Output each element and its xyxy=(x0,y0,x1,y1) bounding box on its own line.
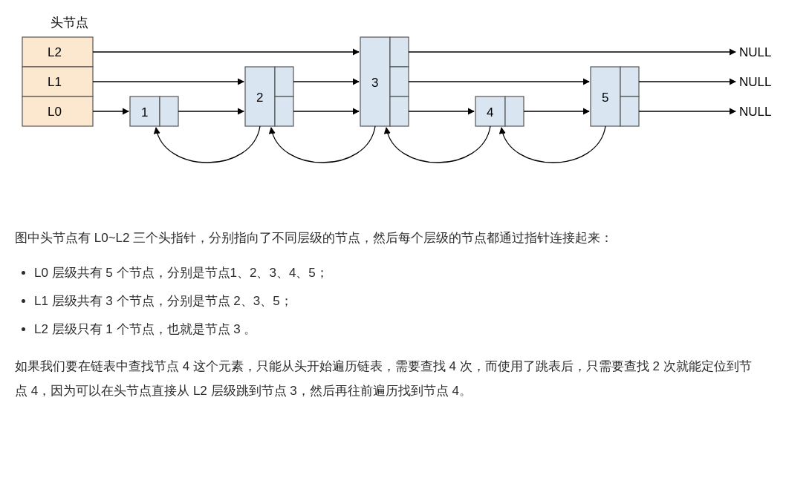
node-2: 2 xyxy=(245,67,293,126)
svg-rect-11 xyxy=(390,96,409,126)
svg-rect-9 xyxy=(390,37,409,67)
head-title: 头节点 xyxy=(51,16,88,30)
node-1-label: 1 xyxy=(141,105,148,120)
explanation-text: 图中头节点有 L0~L2 三个头指针，分别指向了不同层级的节点，然后每个层级的节… xyxy=(15,226,758,403)
svg-rect-16 xyxy=(620,96,639,126)
node-2-label: 2 xyxy=(256,91,263,105)
list-item-l1: L1 层级共有 3 个节点，分别是节点 2、3、5； xyxy=(34,289,758,313)
paragraph-2: 如果我们要在链表中查找节点 4 这个元素，只能从头开始遍历链表，需要查找 4 次… xyxy=(15,355,758,403)
null-l2: NULL xyxy=(739,45,771,59)
arrow-back-3-2 xyxy=(271,126,375,163)
skip-list-diagram: 头节点 L2 L1 L0 1 2 3 4 5 xyxy=(15,15,795,209)
svg-rect-15 xyxy=(620,67,639,96)
arrow-back-4-3 xyxy=(386,126,490,163)
level-label-l0: L0 xyxy=(48,105,62,119)
paragraph-1: 图中头节点有 L0~L2 三个头指针，分别指向了不同层级的节点，然后每个层级的节… xyxy=(15,226,758,250)
level-summary-list: L0 层级共有 5 个节点，分别是节点1、2、3、4、5； L1 层级共有 3 … xyxy=(15,261,758,342)
svg-rect-4 xyxy=(160,96,178,126)
node-4-label: 4 xyxy=(487,105,493,120)
svg-rect-13 xyxy=(505,96,524,126)
node-3-label: 3 xyxy=(371,76,378,90)
list-item-l2: L2 层级只有 1 个节点，也就是节点 3 。 xyxy=(34,318,758,341)
null-l0: NULL xyxy=(739,105,771,119)
arrow-back-5-4 xyxy=(501,126,605,163)
node-1: 1 xyxy=(130,96,178,126)
svg-rect-10 xyxy=(390,67,409,96)
node-4: 4 xyxy=(475,96,524,126)
svg-rect-7 xyxy=(275,96,293,126)
arrow-back-2-1 xyxy=(156,126,260,163)
head-node: L2 L1 L0 xyxy=(22,37,93,126)
null-l1: NULL xyxy=(739,75,771,89)
node-3: 3 xyxy=(360,37,409,126)
node-5: 5 xyxy=(591,67,639,126)
level-label-l2: L2 xyxy=(48,45,62,59)
list-item-l0: L0 层级共有 5 个节点，分别是节点1、2、3、4、5； xyxy=(34,261,758,285)
level-label-l1: L1 xyxy=(48,75,62,89)
node-5-label: 5 xyxy=(602,91,608,105)
svg-rect-6 xyxy=(275,67,293,96)
